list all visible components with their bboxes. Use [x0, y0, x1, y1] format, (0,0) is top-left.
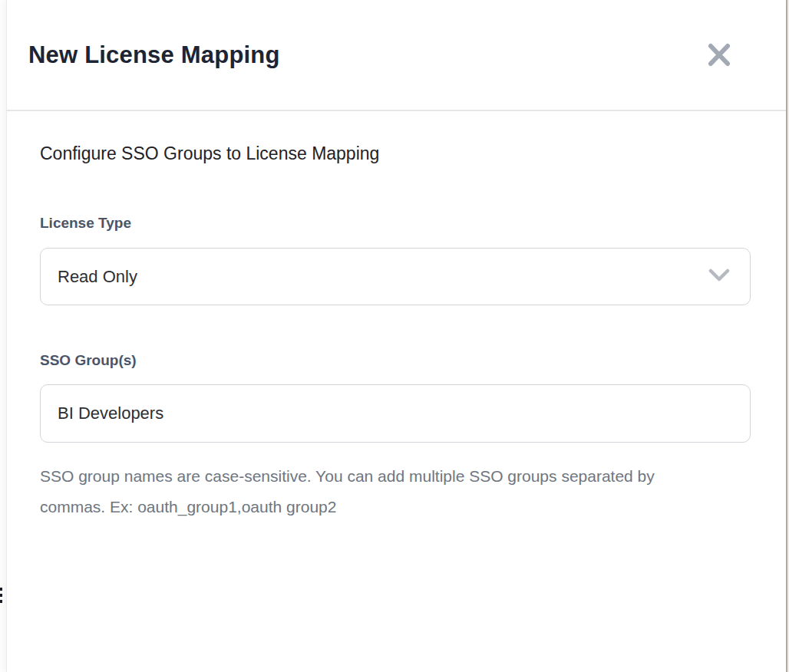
sso-groups-field: SSO Group(s) SSO group names are case-se…: [40, 353, 750, 522]
license-type-select[interactable]: Read Only: [40, 248, 751, 305]
chevron-down-icon: [708, 268, 730, 285]
sso-groups-label: SSO Group(s): [40, 353, 750, 368]
background-menu-fragment: [0, 588, 2, 591]
modal-body: Configure SSO Groups to License Mapping …: [7, 111, 786, 522]
background-page-edge-line: [786, 0, 787, 672]
sso-groups-input[interactable]: [40, 384, 751, 443]
new-license-mapping-modal: New License Mapping Configure SSO Groups…: [6, 0, 786, 672]
license-type-value: Read Only: [58, 267, 137, 287]
modal-title: New License Mapping: [28, 41, 280, 69]
modal-header: New License Mapping: [7, 0, 786, 111]
sso-groups-helper-text: SSO group names are case-sensitive. You …: [40, 461, 688, 522]
modal-description: Configure SSO Groups to License Mapping: [40, 143, 750, 164]
background-menu-fragment: [0, 594, 2, 597]
license-type-field: License Type Read Only: [40, 216, 750, 305]
background-page: New License Mapping Configure SSO Groups…: [0, 0, 789, 672]
x-icon: [708, 58, 731, 70]
license-type-label: License Type: [40, 216, 750, 231]
background-menu-fragment: [0, 600, 2, 603]
close-button[interactable]: [705, 39, 734, 71]
